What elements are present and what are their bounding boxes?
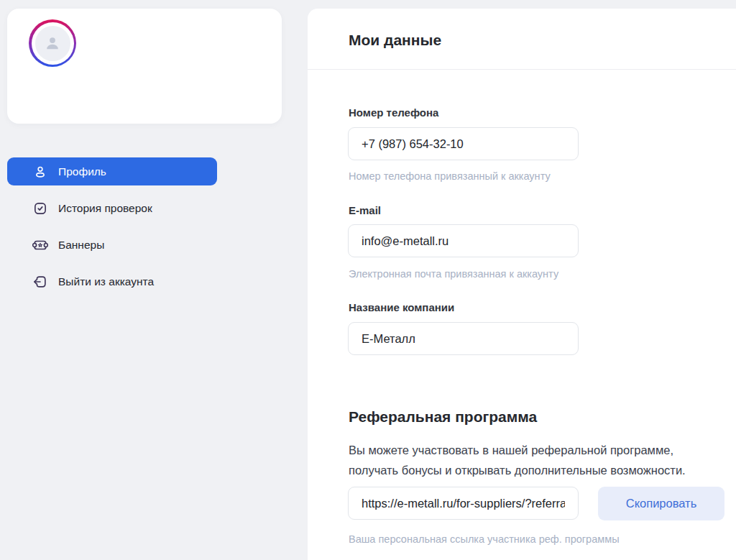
sidebar-item-logout[interactable]: Выйти из аккаунта xyxy=(7,267,217,295)
profile-card xyxy=(7,9,282,124)
referral-title: Реферальная программа xyxy=(349,408,537,426)
sidebar-item-banners[interactable]: Баннеры xyxy=(7,231,217,259)
email-input[interactable] xyxy=(348,224,579,257)
sidebar-item-profile[interactable]: Профиль xyxy=(7,157,217,185)
referral-link-input[interactable] xyxy=(348,487,579,520)
sidebar-item-label: История проверок xyxy=(58,202,152,215)
email-label: E-mail xyxy=(349,204,381,216)
phone-label: Номер телефона xyxy=(349,106,438,119)
referral-description: Вы можете участвовать в нашей реферально… xyxy=(349,440,686,480)
main-panel: Мои данные Номер телефона Номер телефона… xyxy=(308,9,736,560)
ticket-icon xyxy=(32,237,48,253)
sidebar-item-label: Баннеры xyxy=(58,239,104,252)
email-hint: Электронная почта привязанная к аккаунту xyxy=(349,268,558,280)
avatar xyxy=(29,19,76,67)
phone-hint: Номер телефона привязанный к аккаунту xyxy=(349,170,551,182)
company-label: Название компании xyxy=(349,301,454,313)
logout-icon xyxy=(32,274,48,290)
copy-referral-link-button[interactable]: Скопировать xyxy=(598,487,724,520)
sidebar-item-label: Выйти из аккаунта xyxy=(58,275,154,288)
company-input[interactable] xyxy=(348,322,579,355)
user-silhouette-icon xyxy=(43,34,62,52)
page: Профиль История проверок Баннеры xyxy=(0,0,736,560)
main-header: Мои данные xyxy=(308,9,736,70)
sidebar-item-history[interactable]: История проверок xyxy=(7,194,217,222)
page-title: Мои данные xyxy=(349,32,441,49)
user-icon xyxy=(32,164,48,180)
referral-hint: Ваша персональная ссылка участника реф. … xyxy=(349,533,620,545)
check-square-icon xyxy=(32,201,48,216)
phone-input[interactable] xyxy=(348,127,579,160)
sidebar-item-label: Профиль xyxy=(58,165,106,178)
